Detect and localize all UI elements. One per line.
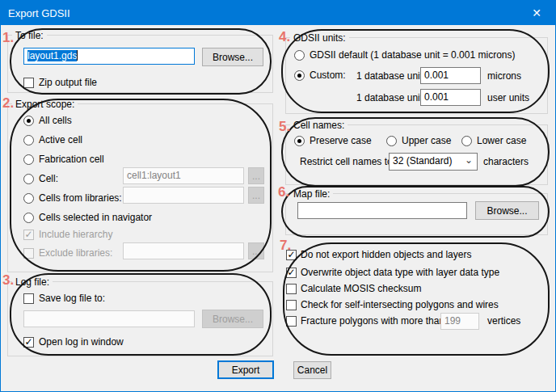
radio-cell[interactable] [23,174,34,184]
to-file-browse-button[interactable]: Browse... [202,48,263,66]
annotation-number-5: 5. [279,119,290,135]
include-hierarchy-label: Include hierarchy [39,229,112,240]
overwrite-datatype-checkbox[interactable]: ✓ [286,268,297,278]
annotation-number-6: 6. [278,184,289,200]
cell-more-button: ... [248,167,264,184]
restrict-cell-names-label: Restrict cell names to: [300,156,395,167]
radio-preserve-case[interactable] [294,136,305,146]
cell-input: cell1:layout1 [123,167,244,184]
radio-fabrication-cell-label: Fabrication cell [39,154,104,165]
group-gdsii-units-legend: GDSII units: [290,32,349,44]
libraries-input [123,187,244,204]
radio-gdsii-default[interactable] [294,50,305,61]
exclude-libraries-checkbox [23,248,34,259]
exclude-libraries-more-button: ... [248,242,264,259]
restrict-length-value: 32 (Standard) [393,155,452,166]
radio-all-cells-label: All cells [39,115,72,126]
radio-custom-units[interactable] [294,70,305,81]
radio-cells-selected-navigator-label: Cells selected in navigator [39,212,152,223]
restrict-length-dropdown[interactable]: 32 (Standard)⌄ [389,153,478,171]
fracture-polygons-checkbox[interactable] [286,316,297,327]
vertices-label: vertices [487,315,520,327]
overwrite-datatype-label: Overwrite object data type with layer da… [301,267,499,278]
include-hierarchy-checkbox: ✓ [23,230,34,240]
characters-label: characters [483,156,529,167]
radio-fabrication-cell[interactable] [23,154,34,165]
log-browse-button: Browse... [202,310,263,328]
log-file-input [23,310,195,327]
microns-label: microns [487,70,521,82]
hidden-objects-label: Do not export hidden objects and layers [301,249,471,260]
dialog-title: Export GDSII [1,7,518,19]
radio-cells-from-libraries-label: Cells from libraries: [39,192,122,204]
chevron-down-icon: ⌄ [465,154,473,166]
export-gdsii-dialog: Export GDSII ✕ To file: layout1.gds Brow… [0,0,556,392]
annotation-number-1: 1. [2,30,14,46]
close-icon[interactable]: ✕ [518,1,555,25]
fracture-polygons-label: Fracture polygons with more than [301,315,444,327]
map-file-browse-button[interactable]: Browse... [475,201,539,220]
radio-cells-from-libraries[interactable] [23,193,34,204]
self-intersect-checkbox[interactable] [286,300,297,310]
radio-cell-label: Cell: [39,173,58,184]
radio-preserve-case-label: Preserve case [310,135,372,146]
radio-lower-case[interactable] [461,136,472,146]
group-to-file-legend: To file: [12,30,47,41]
check-icon: ✓ [24,229,32,240]
selected-filename: layout1.gds [27,50,77,61]
group-export-scope-legend: Export scope: [12,99,78,110]
microns-input[interactable]: 0.001 [420,67,481,84]
radio-upper-case-label: Upper case [402,135,451,146]
map-file-input[interactable] [297,202,467,219]
mosis-checksum-label: Calculate MOSIS checksum [301,283,421,294]
check-icon: ✓ [24,336,32,348]
radio-upper-case[interactable] [386,136,397,146]
to-file-input[interactable]: layout1.gds [23,48,195,65]
open-log-label: Open log in window [39,336,124,348]
text-caret [77,50,78,61]
export-button[interactable]: Export [217,360,274,379]
user-units-label: user units [487,92,529,103]
exclude-libraries-input [123,242,244,259]
zip-output-label: Zip output file [39,77,97,88]
save-log-checkbox[interactable] [23,293,34,304]
annotation-number-2: 2. [2,95,14,112]
radio-all-cells[interactable] [23,116,34,126]
fracture-vertices-input: 199 [440,313,479,330]
radio-cells-selected-navigator[interactable] [23,213,34,223]
radio-gdsii-default-label: GDSII default (1 database unit = 0.001 m… [310,49,515,61]
zip-output-checkbox[interactable] [23,78,34,88]
exclude-libraries-label: Exclude libraries: [39,247,112,259]
check-icon: ✓ [287,267,295,278]
user-units-input[interactable]: 0.001 [420,89,481,106]
cancel-button[interactable]: Cancel [293,361,331,379]
self-intersect-label: Check for self-intersecting polygons and… [301,299,499,310]
annotation-number-7: 7. [280,238,291,254]
open-log-checkbox[interactable]: ✓ [23,337,34,348]
radio-lower-case-label: Lower case [477,135,526,146]
annotation-number-3: 3. [2,272,14,289]
annotation-number-4: 4. [279,29,290,45]
group-map-file-legend: Map file: [290,188,333,200]
radio-active-cell[interactable] [23,135,34,145]
title-bar: Export GDSII ✕ [1,1,555,25]
libraries-more-button: ... [248,187,264,204]
save-log-label: Save log file to: [39,293,105,304]
mosis-checksum-checkbox[interactable] [286,284,297,294]
group-log-file-legend: Log file: [12,276,53,288]
radio-custom-units-label: Custom: [310,70,346,81]
radio-active-cell-label: Active cell [39,134,82,145]
group-cell-names-legend: Cell names: [290,120,348,131]
